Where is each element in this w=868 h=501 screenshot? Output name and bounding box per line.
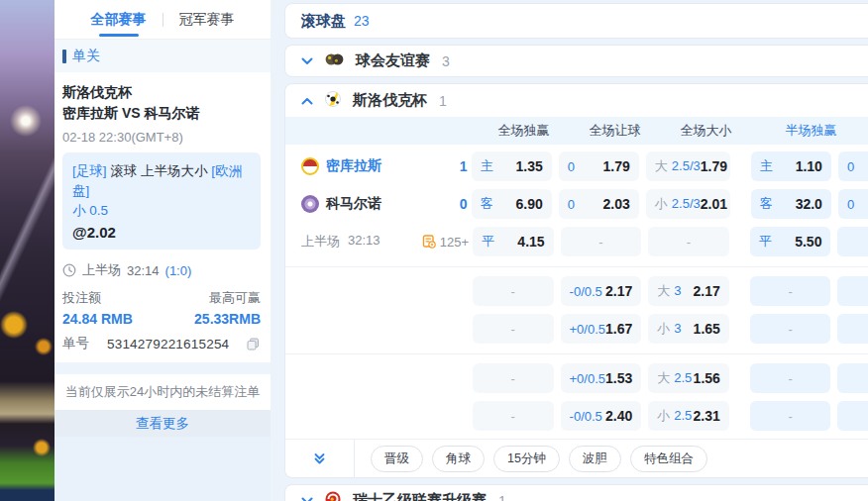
betting-app: 全部赛事 冠军赛事 单关 斯洛伐克杯 密库拉斯 VS 科马尔诺 02-18 22…: [0, 0, 868, 501]
odds-box[interactable]: 客6.90: [472, 189, 552, 219]
odds-value: 4.15: [517, 234, 544, 250]
bet-match-time: 02-18 22:30(GMT+8): [62, 130, 261, 145]
league-row-swiss[interactable]: 瑞士乙级联赛升级赛 1: [284, 484, 868, 501]
dash: -: [687, 235, 691, 250]
odds-box[interactable]: +0/0.51.53: [561, 363, 642, 393]
odds-label: 0: [847, 197, 854, 212]
bet-period-label: 上半场: [82, 261, 121, 279]
odds-box-empty: -: [750, 363, 831, 393]
odds-line: -0/0.5: [570, 409, 602, 424]
odds-box[interactable]: 02.03: [559, 189, 639, 219]
section-title: 单关: [72, 48, 100, 65]
odds-box-empty: -: [473, 276, 554, 306]
max-win-label: 最高可赢: [209, 289, 261, 307]
stadium-background-image: [0, 0, 54, 501]
tag-15min[interactable]: 15分钟: [493, 446, 560, 472]
stake-labels-row: 投注额 最高可赢: [62, 289, 261, 307]
bet-live-clock-row: 上半场 32:14 (1:0): [62, 261, 261, 279]
away-team-score: 0: [460, 196, 468, 212]
sidebar-footer: [54, 437, 271, 501]
odds-box-clipped: -: [837, 363, 868, 393]
more-markets-count[interactable]: 125+: [440, 235, 469, 250]
odds-box[interactable]: 01.79: [559, 151, 639, 181]
bet-market-name: 滚球 上半场大小: [110, 163, 207, 178]
double-chevron-down-icon: [313, 452, 326, 465]
odds-value: 1.67: [605, 321, 632, 337]
odds-box[interactable]: 大32.17: [648, 276, 729, 306]
sidebar-divider-band: [54, 362, 271, 374]
match-row-period: 上半场32:13 125+ 平4.15 - - 平5.50: [285, 227, 868, 256]
dash: -: [788, 322, 792, 337]
odds-box-empty: -: [473, 363, 554, 393]
unsettled-bets-notice: 当前仅展示24小时内的未结算注单: [54, 374, 271, 410]
odds-line: -0/0.5: [570, 284, 602, 299]
odds-side-label: 小: [655, 195, 668, 213]
odds-box[interactable]: 大2.5/31.79: [646, 151, 730, 181]
league-match-count: 1: [498, 493, 506, 501]
tag-promotion[interactable]: 晋级: [371, 446, 423, 472]
home-team-name: 密库拉斯: [326, 157, 453, 175]
odds-box-empty: -: [473, 314, 554, 344]
tab-champion-events[interactable]: 冠军赛事: [177, 1, 237, 39]
odds-label: 0: [568, 197, 575, 212]
odds-label: 平: [759, 233, 772, 250]
league-row-slovak-cup[interactable]: 斯洛伐克杯 1: [285, 84, 868, 117]
odds-value: 1.53: [605, 370, 632, 386]
stake-amount-value: 24.84 RMB: [62, 311, 133, 327]
odds-box[interactable]: 小2.5/32.01: [646, 189, 730, 219]
odds-box-empty: -: [648, 227, 729, 256]
match-row-home: 密库拉斯 1 主1.35 01.79 大2.5/31.79 主1.10 0: [285, 151, 868, 181]
max-win-value: 25.33RMB: [194, 311, 261, 327]
column-fulltime-1x2: 全场独赢: [482, 122, 566, 140]
odds-box-clipped: -: [837, 276, 868, 306]
extra-odds-row: - +0/0.51.67 小31.65 - -: [285, 314, 868, 344]
odds-box[interactable]: -0/0.52.40: [561, 401, 642, 431]
odds-box[interactable]: 大2.51.56: [648, 363, 729, 393]
league-panel-slovak-cup: 斯洛伐克杯 1 全场独赢 全场让球 全场大小 半场独赢 密库拉斯 1: [284, 83, 868, 478]
tab-all-events[interactable]: 全部赛事: [89, 1, 149, 39]
odds-box[interactable]: 平5.50: [750, 227, 831, 256]
odds-box-clipped[interactable]: 0: [838, 189, 868, 219]
odds-box-empty: -: [750, 401, 831, 431]
view-more-button[interactable]: 查看更多: [54, 410, 271, 437]
tag-corners[interactable]: 角球: [432, 446, 485, 472]
odds-side-label: 小: [657, 320, 670, 338]
odds-box-empty: -: [750, 314, 831, 344]
home-team-score: 1: [460, 158, 468, 174]
odds-box-clipped[interactable]: 0: [838, 151, 868, 181]
league-row-friendly[interactable]: 球会友谊赛 3: [284, 45, 868, 77]
league-title: 球会友谊赛: [356, 51, 430, 70]
copy-icon[interactable]: [247, 338, 260, 351]
league-title: 瑞士乙级联赛升级赛: [353, 491, 487, 501]
odds-value: 1.79: [701, 158, 727, 174]
period-cell: 上半场32:13 125+: [301, 233, 473, 250]
away-team-name: 科马尔诺: [326, 195, 453, 213]
bet-clock-value: 32:14: [127, 263, 160, 278]
odds-box[interactable]: 小2.52.31: [648, 401, 729, 431]
tag-specials[interactable]: 特色组合: [630, 446, 707, 472]
home-team-logo: [301, 157, 319, 175]
odds-box[interactable]: -0/0.52.17: [561, 276, 642, 306]
odds-value: 2.17: [694, 283, 720, 299]
odds-box[interactable]: 客32.0: [751, 189, 831, 219]
odds-box-clipped: [837, 227, 868, 256]
odds-line: 2.5: [674, 370, 692, 385]
odds-line: +0/0.5: [570, 371, 606, 386]
odds-box[interactable]: 平4.15: [473, 227, 554, 256]
live-markets-header: 滚球盘 23: [284, 3, 868, 39]
odds-box[interactable]: 小31.65: [648, 314, 729, 344]
odds-label: 客: [760, 195, 773, 213]
bet-live-score: (1:0): [165, 263, 192, 278]
odds-box[interactable]: +0/0.51.67: [561, 314, 642, 344]
bet-selection-box: [足球] 滚球 上半场大小 [欧洲盘] 小 0.5 @2.02: [62, 152, 261, 250]
ticket-number-value: 5314279221615254: [107, 337, 229, 351]
odds-line: 2.5/3: [672, 158, 701, 173]
collapse-all-button[interactable]: [285, 440, 355, 477]
dash: -: [511, 284, 515, 299]
odds-box[interactable]: 主1.35: [472, 151, 552, 181]
tag-correct-score[interactable]: 波胆: [569, 446, 621, 472]
bet-match-name: 密库拉斯 VS 科马尔诺: [62, 103, 261, 124]
odds-label: 0: [568, 159, 575, 174]
odds-box[interactable]: 主1.10: [751, 151, 831, 181]
odds-label: 客: [481, 195, 493, 213]
